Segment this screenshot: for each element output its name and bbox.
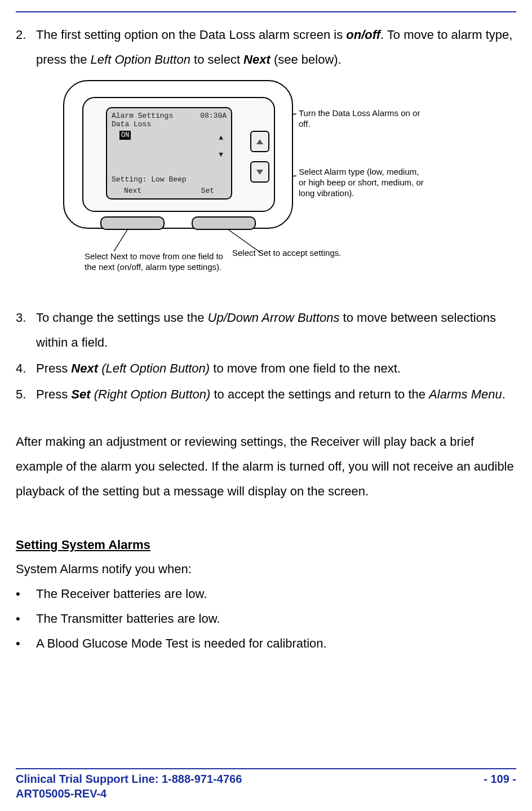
emph: Up/Down Arrow Buttons bbox=[208, 311, 340, 325]
lcd-title: Alarm Settings bbox=[112, 112, 173, 120]
step-text: To change the settings use the Up/Down A… bbox=[36, 305, 516, 355]
emph: Set bbox=[71, 387, 90, 401]
paragraph-playback: After making an adjustment or reviewing … bbox=[16, 429, 516, 504]
emph: Left Option Button bbox=[91, 52, 190, 67]
arrow-up-button[interactable] bbox=[250, 131, 269, 152]
callout-alarm-type: Select Alarm type (low, medium, or high … bbox=[299, 167, 428, 198]
bullet-text: A Blood Glucose Mode Test is needed for … bbox=[36, 631, 327, 656]
section-intro: System Alarms notify you when: bbox=[16, 557, 516, 582]
top-rule bbox=[16, 11, 516, 12]
bullet-text: The Receiver batteries are low. bbox=[36, 582, 207, 606]
device-figure: Alarm Settings 08:30A Data Loss ON ▲▼ Se… bbox=[63, 80, 469, 305]
step-number: 3. bbox=[16, 305, 36, 355]
right-option-button[interactable] bbox=[192, 216, 256, 230]
step-number: 4. bbox=[16, 356, 36, 381]
triangle-down-icon bbox=[256, 170, 263, 175]
callout-next: Select Next to move from one field to th… bbox=[85, 251, 225, 273]
lcd-setting: Setting: Low Beep bbox=[112, 175, 187, 184]
callout-on-off: Turn the Data Loss Alarms on or off. bbox=[299, 108, 428, 130]
lcd-set-label: Set bbox=[201, 187, 214, 195]
bullet-icon: • bbox=[16, 631, 36, 656]
arrow-down-button[interactable] bbox=[250, 161, 269, 183]
step-2: 2. The first setting option on the Data … bbox=[16, 23, 516, 72]
emph: (Right Option Button) bbox=[91, 387, 211, 401]
emph: Next bbox=[243, 52, 271, 67]
lcd-next-label: Next bbox=[124, 187, 141, 195]
text: . bbox=[502, 387, 506, 401]
footer-page-number: - 109 - bbox=[484, 772, 516, 801]
step-text: Press Next (Left Option Button) to move … bbox=[36, 356, 516, 381]
bullet-2: • The Transmitter batteries are low. bbox=[16, 606, 516, 631]
footer-support-line: Clinical Trial Support Line: 1-888-971-4… bbox=[16, 773, 242, 785]
text: The first setting option on the Data Los… bbox=[36, 28, 346, 42]
step-text: The first setting option on the Data Los… bbox=[36, 23, 516, 72]
page: 2. The first setting option on the Data … bbox=[0, 0, 532, 811]
step-3: 3. To change the settings use the Up/Dow… bbox=[16, 305, 516, 355]
step-number: 5. bbox=[16, 382, 36, 407]
text: to accept the settings and return to the bbox=[210, 387, 429, 401]
emph: on/off bbox=[346, 28, 380, 42]
left-option-button[interactable] bbox=[100, 216, 165, 230]
bullet-text: The Transmitter batteries are low. bbox=[36, 606, 220, 631]
callout-set: Select Set to accept settings. bbox=[232, 248, 341, 259]
step-number: 2. bbox=[16, 23, 36, 72]
emph: Alarms Menu bbox=[429, 387, 502, 401]
page-footer: Clinical Trial Support Line: 1-888-971-4… bbox=[16, 768, 516, 801]
text: to select bbox=[190, 52, 243, 67]
footer-rule bbox=[16, 768, 516, 769]
bullet-icon: • bbox=[16, 582, 36, 606]
lcd-line2: Data Loss bbox=[112, 120, 227, 128]
text: To change the settings use the bbox=[36, 311, 208, 325]
footer-left: Clinical Trial Support Line: 1-888-971-4… bbox=[16, 772, 242, 801]
text: Press bbox=[36, 361, 71, 375]
footer-doc-id: ART05005-REV-4 bbox=[16, 787, 107, 800]
bullet-icon: • bbox=[16, 606, 36, 631]
heading-system-alarms: Setting System Alarms bbox=[16, 538, 516, 552]
lcd-on-badge: ON bbox=[119, 131, 131, 140]
bullet-1: • The Receiver batteries are low. bbox=[16, 582, 516, 606]
lcd-time: 08:30A bbox=[200, 112, 227, 120]
step-4: 4. Press Next (Left Option Button) to mo… bbox=[16, 356, 516, 381]
lcd-screen: Alarm Settings 08:30A Data Loss ON ▲▼ Se… bbox=[106, 107, 232, 200]
emph: Next bbox=[71, 361, 98, 375]
bullet-3: • A Blood Glucose Mode Test is needed fo… bbox=[16, 631, 516, 656]
text: to move from one field to the next. bbox=[210, 361, 401, 375]
step-5: 5. Press Set (Right Option Button) to ac… bbox=[16, 382, 516, 407]
triangle-up-icon bbox=[256, 139, 263, 144]
text: Press bbox=[36, 387, 71, 401]
step-text: Press Set (Right Option Button) to accep… bbox=[36, 382, 516, 407]
device-outline: Alarm Settings 08:30A Data Loss ON ▲▼ Se… bbox=[63, 80, 293, 229]
emph: (Left Option Button) bbox=[98, 361, 210, 375]
lcd-arrows: ▲▼ bbox=[219, 130, 223, 163]
text: (see below). bbox=[271, 52, 342, 67]
